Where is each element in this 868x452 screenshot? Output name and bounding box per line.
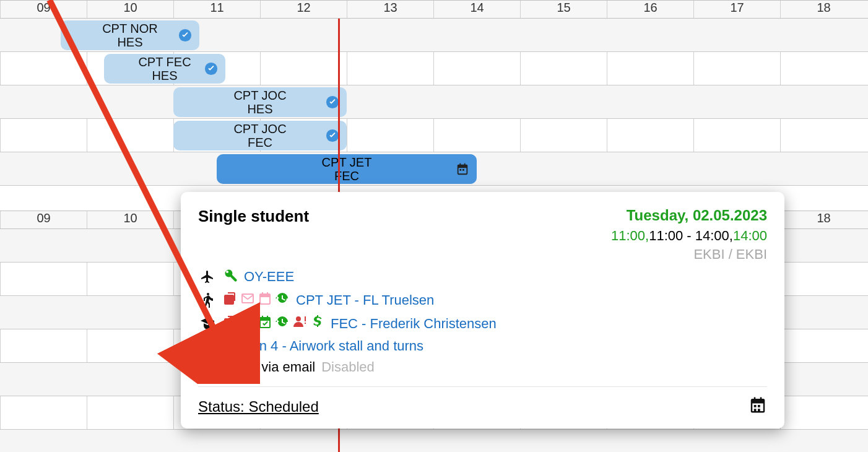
student-icon	[198, 316, 217, 331]
event-label: CPT JETFEC	[322, 155, 372, 183]
event-label: CPT JOCFEC	[233, 122, 286, 149]
check-icon	[326, 129, 339, 142]
popup-title: Single student	[198, 207, 309, 226]
hour: 17	[693, 1, 780, 18]
history-icon[interactable]	[275, 315, 290, 333]
popup-date: Tuesday, 02.05.2023	[611, 207, 767, 224]
hour: 09	[0, 1, 87, 18]
notify-state: Disabled	[321, 359, 375, 375]
wrench-icon[interactable]	[223, 267, 238, 286]
hour: 09	[0, 211, 87, 228]
hour: 18	[780, 211, 867, 228]
hour: 15	[520, 1, 607, 18]
mail-icon[interactable]	[240, 291, 255, 310]
plane-icon	[198, 269, 217, 284]
divider	[198, 386, 767, 387]
lesson-link[interactable]: Lesson 4 - Airwork stall and turns	[223, 338, 423, 354]
time-end-outer: 14:00	[733, 228, 767, 243]
hour: 14	[433, 1, 520, 18]
check-icon	[326, 95, 339, 109]
booking-popup: Single student Tuesday, 02.05.2023 11:00…	[181, 192, 784, 428]
user-alert-icon[interactable]	[292, 315, 307, 333]
instructor-line: CPT JET - FL Truelsen	[198, 291, 767, 310]
grid-row	[0, 85, 868, 119]
time-middle: 11:00 - 14:00,	[649, 228, 733, 243]
hour: 11	[173, 1, 260, 18]
aircraft-link[interactable]: OY-EEE	[244, 269, 294, 285]
time-header-1: 09 10 11 12 13 14 15 16 17 18	[0, 0, 868, 19]
notify-line: Notify via email Disabled	[198, 359, 767, 375]
calendar-icon	[456, 162, 469, 176]
hour: 10	[87, 211, 173, 228]
calendar-small-icon[interactable]	[258, 291, 272, 310]
list-icon	[198, 339, 217, 354]
calendar-check-icon[interactable]	[258, 315, 272, 333]
hour: 10	[87, 1, 173, 18]
hour: 18	[780, 1, 867, 18]
lesson-line: Lesson 4 - Airwork stall and turns	[198, 338, 767, 354]
envelope-icon	[198, 360, 217, 375]
aircraft-line: OY-EEE	[198, 267, 767, 286]
popup-airports: EKBI / EKBI	[611, 246, 767, 263]
time-start-outer: 11:00,	[611, 228, 649, 243]
check-icon	[178, 28, 192, 42]
event-block[interactable]: CPT JOCHES	[173, 87, 347, 117]
history-icon[interactable]	[275, 291, 290, 310]
event-label: CPT FECHES	[138, 55, 191, 82]
grid-row	[0, 119, 868, 152]
student-link[interactable]: FEC - Frederik Christensen	[331, 316, 497, 332]
event-block[interactable]: CPT NORHES	[61, 20, 199, 50]
calendar-icon[interactable]	[749, 396, 767, 417]
popup-status: Status: Scheduled	[198, 398, 319, 415]
mail-icon[interactable]	[240, 315, 255, 333]
instructor-link[interactable]: CPT JET - FL Truelsen	[296, 292, 434, 308]
copy-icon[interactable]	[223, 315, 238, 333]
popup-times: 11:00,11:00 - 14:00,14:00	[611, 228, 767, 244]
person-walk-icon	[198, 293, 217, 308]
hour: 16	[607, 1, 693, 18]
check-icon	[204, 62, 218, 76]
notify-label: Notify via email	[223, 359, 315, 375]
event-label: CPT JOCHES	[233, 89, 286, 116]
dollar-icon[interactable]	[310, 315, 324, 333]
hour: 13	[347, 1, 433, 18]
student-line: FEC - Frederik Christensen	[198, 315, 767, 333]
grid-row	[0, 430, 868, 452]
event-block[interactable]: CPT JOCFEC	[173, 121, 347, 150]
event-label: CPT NORHES	[102, 22, 158, 49]
event-block[interactable]: CPT FECHES	[104, 54, 225, 84]
event-block[interactable]: CPT JETFEC	[217, 154, 477, 184]
hour: 12	[260, 1, 347, 18]
schedule-grid-1: CPT NORHESCPT FECHESCPT JOCHESCPT JOCFEC…	[0, 19, 868, 186]
copy-icon[interactable]	[223, 291, 238, 310]
